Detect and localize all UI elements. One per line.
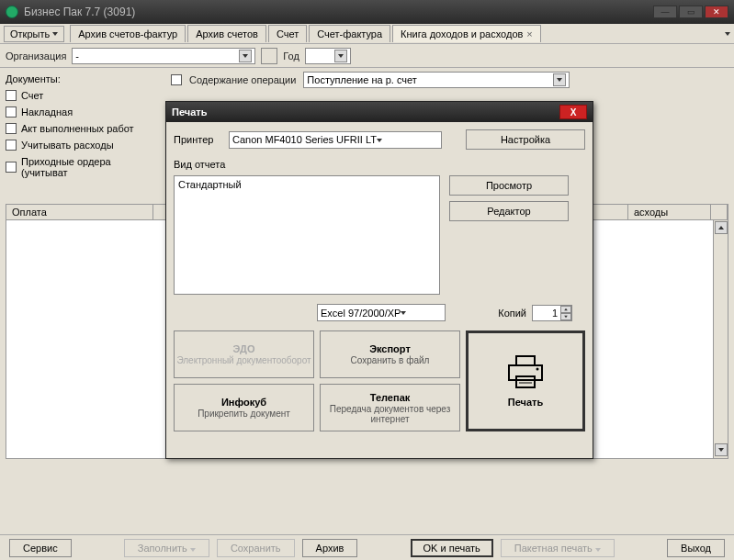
svg-rect-0	[516, 356, 535, 365]
btn-title: ЭДО	[233, 343, 255, 354]
tab-archive-accounts[interactable]: Архив счетов	[187, 25, 266, 42]
chevron-down-icon	[52, 32, 58, 36]
editor-button[interactable]: Редактор	[449, 201, 569, 221]
combo-dropdown-icon[interactable]	[239, 50, 252, 62]
chk-act[interactable]: Акт выполненных работ	[6, 123, 160, 134]
scrollbar[interactable]	[713, 220, 728, 458]
year-combo[interactable]	[305, 48, 351, 64]
svg-rect-1	[509, 365, 542, 380]
chk-expenses[interactable]: Учитывать расходы	[6, 140, 160, 151]
close-button[interactable]: ✕	[705, 6, 728, 18]
btn-sub: Сохранить в файл	[351, 355, 430, 365]
infokub-button[interactable]: Инфокуб Прикрепить документ	[174, 384, 314, 431]
chevron-down-icon	[595, 548, 601, 552]
svg-point-5	[536, 368, 539, 371]
toolbar-menu-icon[interactable]	[725, 32, 730, 36]
spin-down-icon[interactable]	[560, 313, 571, 320]
operation-combo[interactable]: Поступление на р. счет	[303, 72, 570, 88]
report-listbox[interactable]: Стандартный	[174, 175, 440, 295]
export-button[interactable]: Экспорт Сохранить в файл	[320, 330, 460, 378]
archive-button[interactable]: Архив	[302, 539, 358, 557]
tab-account[interactable]: Счет	[268, 25, 307, 42]
printer-row: Принтер Canon MF4010 Series UFRII LT Нас…	[174, 129, 585, 150]
print-label: Печать	[508, 397, 543, 408]
chk-label: Акт выполненных работ	[21, 123, 134, 134]
chk-orders[interactable]: Приходные ордера (учитыват	[6, 156, 160, 178]
checkbox-icon[interactable]	[6, 90, 17, 101]
btn-title: Инфокуб	[221, 397, 266, 408]
fill-button: Заполнить	[124, 539, 209, 557]
window-title: Бизнес Пак 7.7 (3091)	[24, 6, 648, 18]
year-label: Год	[283, 50, 299, 62]
filter-row: Организация - Год	[0, 44, 734, 68]
batch-print-button: Пакетная печать	[501, 539, 615, 557]
dialog-close-button[interactable]: X	[559, 105, 587, 119]
dialog-titlebar: Печать X	[166, 102, 593, 122]
col-payment[interactable]: Оплата	[6, 205, 153, 219]
telepak-button[interactable]: Телепак Передача документов через интерн…	[320, 384, 460, 431]
chk-invoice[interactable]: Счет	[6, 90, 160, 101]
chk-waybill[interactable]: Накладная	[6, 106, 160, 118]
tab-close-icon[interactable]: ×	[526, 28, 532, 39]
scroll-down-icon[interactable]	[715, 443, 728, 456]
report-type-label: Вид отчета	[174, 159, 585, 170]
btn-title: Экспорт	[369, 343, 411, 354]
printer-label: Принтер	[174, 134, 223, 145]
operation-row: Содержание операции Поступление на р. сч…	[165, 68, 734, 92]
checkbox-icon[interactable]	[171, 74, 182, 85]
action-buttons: ЭДО Электронный документооборот Экспорт …	[174, 330, 585, 431]
settings-button[interactable]: Настройка	[466, 129, 585, 150]
checkbox-icon[interactable]	[6, 106, 17, 118]
combo-dropdown-icon[interactable]	[334, 50, 347, 62]
tabs: Архив счетов-фактур Архив счетов Счет Сч…	[70, 25, 543, 42]
print-button[interactable]: Печать	[466, 330, 585, 431]
operation-value: Поступление на р. счет	[307, 74, 551, 85]
tab-archive-invoices[interactable]: Архив счетов-фактур	[70, 25, 186, 42]
titlebar: Бизнес Пак 7.7 (3091) — ▭ ✕	[0, 0, 734, 24]
copies-value: 1	[533, 308, 560, 319]
checkbox-icon[interactable]	[6, 162, 17, 173]
tab-label: Книга доходов и расходов	[401, 28, 523, 39]
side-buttons: Просмотр Редактор	[449, 175, 569, 295]
preview-button[interactable]: Просмотр	[449, 175, 569, 196]
report-list-area: Стандартный Просмотр Редактор	[174, 175, 585, 295]
open-button[interactable]: Открыть	[4, 26, 64, 42]
chk-label: Приходные ордера (учитыват	[21, 156, 160, 178]
tab-income-book[interactable]: Книга доходов и расходов×	[392, 25, 541, 42]
btn-sub: Электронный документооборот	[176, 355, 311, 365]
printer-combo[interactable]: Canon MF4010 Series UFRII LT	[229, 131, 442, 149]
spin-up-icon[interactable]	[560, 306, 571, 313]
format-combo[interactable]: Excel 97/2000/XP	[317, 304, 446, 321]
exit-button[interactable]: Выход	[667, 539, 725, 557]
combo-dropdown-icon[interactable]	[553, 73, 566, 86]
ok-print-button[interactable]: OK и печать	[411, 539, 493, 557]
save-button: Сохранить	[217, 539, 295, 557]
tab-invoice[interactable]: Счет-фактура	[309, 25, 390, 42]
operation-label: Содержание операции	[189, 74, 296, 85]
btn-sub: Прикрепить документ	[198, 409, 290, 419]
org-value: -	[75, 50, 237, 62]
app-icon	[6, 6, 18, 18]
maximize-button[interactable]: ▭	[679, 6, 703, 18]
edo-button: ЭДО Электронный документооборот	[174, 330, 314, 378]
chk-label: Учитывать расходы	[21, 140, 114, 151]
col-scroll	[711, 205, 728, 219]
bottom-bar: Сервис Заполнить Сохранить Архив OK и пе…	[0, 534, 734, 560]
checkbox-icon[interactable]	[6, 140, 17, 151]
col-expenses[interactable]: асходы	[628, 205, 711, 219]
scroll-up-icon[interactable]	[715, 221, 728, 234]
minimize-button[interactable]: —	[653, 6, 677, 18]
combo-dropdown-icon[interactable]	[377, 133, 390, 147]
printer-value: Canon MF4010 Series UFRII LT	[232, 134, 377, 145]
list-item[interactable]: Стандартный	[176, 178, 437, 191]
checkbox-icon[interactable]	[6, 123, 17, 134]
toolbar: Открыть Архив счетов-фактур Архив счетов…	[0, 24, 734, 44]
copies-label: Копий	[498, 308, 526, 319]
combo-dropdown-icon[interactable]	[401, 306, 414, 319]
copies-spinner[interactable]: 1	[532, 305, 572, 321]
dialog-title: Печать	[172, 106, 559, 118]
org-browse-button[interactable]	[261, 48, 277, 64]
service-button[interactable]: Сервис	[9, 539, 72, 557]
dialog-body: Принтер Canon MF4010 Series UFRII LT Нас…	[166, 122, 593, 458]
org-combo[interactable]: -	[72, 48, 255, 64]
